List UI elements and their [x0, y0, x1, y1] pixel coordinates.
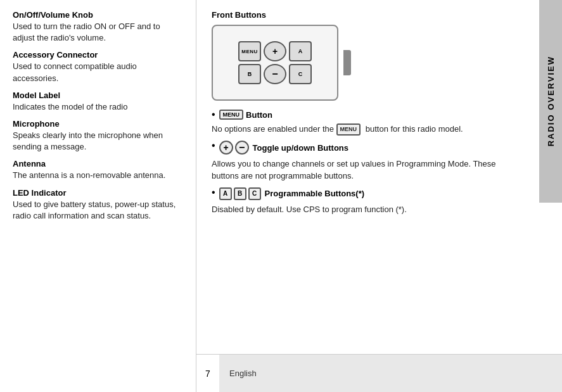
abc-button-group: A B C	[219, 187, 261, 200]
section-title: Front Buttons	[212, 10, 524, 20]
desc-antenna: The antenna is a non-removable antenna.	[13, 170, 183, 181]
toggle-description: Allows you to change channels or set up …	[212, 158, 524, 182]
menu-bullet-content: MENU Button	[219, 110, 272, 120]
term-model: Model Label	[13, 91, 183, 100]
desc-model: Indicates the model of the radio	[13, 101, 183, 113]
content-area: Front Buttons MENU + A B − C • MENU Bu	[212, 10, 552, 216]
plus-button-image: +	[264, 41, 286, 61]
toggle-bullet-dot: •	[212, 141, 215, 151]
menu-desc-text1: No options are enabled under the	[212, 124, 334, 134]
term-accessory: Accessory Connector	[13, 50, 183, 60]
prog-bullet-row: • A B C Programmable Buttons(*)	[212, 187, 524, 200]
radio-front-image: MENU + A B − C	[212, 25, 338, 101]
language-label: English	[219, 354, 562, 392]
desc-accessory: Used to connect compatible audio accesso…	[13, 61, 183, 84]
b-button-image: B	[238, 64, 261, 84]
left-column: On/Off/Volume Knob Used to turn the radi…	[0, 0, 196, 392]
term-on-off: On/Off/Volume Knob	[13, 10, 183, 20]
toggle-bullet-content: + − Toggle up/down Buttons	[219, 141, 348, 155]
menu-bullet-dot: •	[212, 110, 215, 120]
prog-description: Disabled by default. Use CPS to program …	[212, 204, 524, 216]
c-inline-btn: C	[248, 187, 261, 200]
a-button-image: A	[289, 41, 312, 61]
toggle-label: Toggle up/down Buttons	[253, 143, 348, 153]
button-grid: MENU + A B − C	[238, 41, 312, 84]
minus-toggle-btn: −	[235, 141, 249, 155]
desc-led: Used to give battery status, power-up st…	[13, 199, 183, 222]
term-antenna: Antenna	[13, 159, 183, 168]
menu-description: No options are enabled under the MENU bu…	[212, 123, 524, 136]
c-button-image: C	[289, 64, 312, 84]
side-tab-text: RADIO OVERVIEW	[546, 56, 556, 146]
toggle-bullet-row: • + − Toggle up/down Buttons	[212, 141, 524, 155]
side-tab: RADIO OVERVIEW	[539, 0, 562, 203]
radio-image-wrapper: MENU + A B − C	[212, 25, 351, 101]
menu-button-image: MENU	[238, 41, 261, 61]
bottom-bar: 7 English	[196, 354, 562, 392]
page-number: 7	[196, 354, 219, 392]
menu-button-label: Button	[246, 110, 272, 120]
menu-bullet-row: • MENU Button	[212, 110, 524, 120]
prog-bullet-dot: •	[212, 187, 215, 198]
prog-label: Programmable Buttons(*)	[265, 189, 364, 198]
menu-inline-btn: MENU	[219, 110, 244, 120]
desc-on-off: Used to turn the radio ON or OFF and to …	[13, 21, 183, 44]
plus-toggle-btn: +	[219, 141, 233, 155]
term-microphone: Microphone	[13, 119, 183, 129]
menu-inline-btn2: MENU	[336, 123, 361, 136]
a-inline-btn: A	[219, 187, 232, 200]
term-led: LED Indicator	[13, 188, 183, 198]
b-inline-btn: B	[234, 187, 246, 200]
desc-microphone: Speaks clearly into the microphone when …	[13, 130, 183, 153]
right-column: Front Buttons MENU + A B − C • MENU Bu	[196, 0, 562, 392]
radio-notch-right	[343, 50, 351, 75]
menu-desc-text2: button for this radio model.	[366, 124, 463, 134]
prog-bullet-content: A B C Programmable Buttons(*)	[219, 187, 364, 200]
minus-button-image: −	[264, 64, 286, 84]
